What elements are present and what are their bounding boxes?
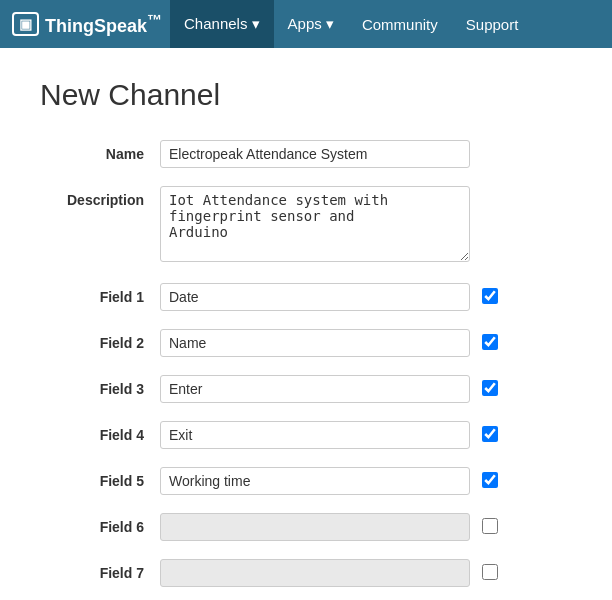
description-row: Description Iot Attendance system with f…	[40, 186, 572, 265]
logo: ▣ ThingSpeak™	[12, 11, 162, 37]
nav-link-community[interactable]: Community	[348, 0, 452, 48]
field-row-6: Field 6	[40, 513, 572, 541]
field-checkbox-col-5	[470, 467, 498, 488]
field-label-6: Field 6	[40, 513, 160, 535]
field-checkbox-col-2	[470, 329, 498, 350]
field-input-5[interactable]	[160, 467, 470, 495]
nav-link-channels[interactable]: Channels ▾	[170, 0, 274, 48]
fields-container: Field 1Field 2Field 3Field 4Field 5Field…	[40, 283, 572, 600]
nav-link-apps[interactable]: Apps ▾	[274, 0, 348, 48]
field-label-2: Field 2	[40, 329, 160, 351]
field-label-3: Field 3	[40, 375, 160, 397]
field-row-2: Field 2	[40, 329, 572, 357]
field-label-1: Field 1	[40, 283, 160, 305]
nav-menu: Channels ▾ Apps ▾ Community Support	[170, 0, 532, 48]
nav-item-community[interactable]: Community	[348, 0, 452, 48]
field-row-3: Field 3	[40, 375, 572, 403]
field-label-5: Field 5	[40, 467, 160, 489]
field-input-container-1	[160, 283, 470, 311]
nav-item-apps[interactable]: Apps ▾	[274, 0, 348, 48]
field-label-4: Field 4	[40, 421, 160, 443]
field-row-7: Field 7	[40, 559, 572, 587]
field-input-container-4	[160, 421, 470, 449]
field-label-7: Field 7	[40, 559, 160, 581]
logo-icon: ▣	[12, 12, 39, 36]
page-title: New Channel	[40, 78, 572, 112]
name-label: Name	[40, 140, 160, 162]
description-label: Description	[40, 186, 160, 208]
description-textarea[interactable]: Iot Attendance system with fingerprint s…	[160, 186, 470, 262]
field-checkbox-col-7	[470, 559, 498, 580]
field-input-7[interactable]	[160, 559, 470, 587]
field-input-2[interactable]	[160, 329, 470, 357]
field-checkbox-col-6	[470, 513, 498, 534]
field-input-container-7	[160, 559, 470, 587]
field-checkbox-1[interactable]	[482, 288, 498, 304]
field-checkbox-4[interactable]	[482, 426, 498, 442]
navbar: ▣ ThingSpeak™ Channels ▾ Apps ▾ Communit…	[0, 0, 612, 48]
field-checkbox-5[interactable]	[482, 472, 498, 488]
field-input-1[interactable]	[160, 283, 470, 311]
name-row: Name	[40, 140, 572, 168]
name-input[interactable]	[160, 140, 470, 168]
main-content: New Channel Name Description Iot Attenda…	[0, 48, 612, 600]
field-input-container-3	[160, 375, 470, 403]
logo-text: ThingSpeak™	[45, 11, 162, 37]
field-input-3[interactable]	[160, 375, 470, 403]
field-checkbox-7[interactable]	[482, 564, 498, 580]
field-row-5: Field 5	[40, 467, 572, 495]
field-checkbox-col-3	[470, 375, 498, 396]
field-checkbox-col-4	[470, 421, 498, 442]
field-checkbox-3[interactable]	[482, 380, 498, 396]
name-input-container	[160, 140, 470, 168]
nav-item-support[interactable]: Support	[452, 0, 533, 48]
logo-tm: ™	[147, 11, 162, 28]
nav-link-support[interactable]: Support	[452, 0, 533, 48]
field-input-container-2	[160, 329, 470, 357]
field-checkbox-6[interactable]	[482, 518, 498, 534]
field-checkbox-col-1	[470, 283, 498, 304]
field-row-1: Field 1	[40, 283, 572, 311]
field-input-6[interactable]	[160, 513, 470, 541]
field-checkbox-2[interactable]	[482, 334, 498, 350]
field-row-4: Field 4	[40, 421, 572, 449]
nav-item-channels[interactable]: Channels ▾	[170, 0, 274, 48]
field-input-container-6	[160, 513, 470, 541]
field-input-4[interactable]	[160, 421, 470, 449]
description-input-container: Iot Attendance system with fingerprint s…	[160, 186, 470, 265]
field-input-container-5	[160, 467, 470, 495]
